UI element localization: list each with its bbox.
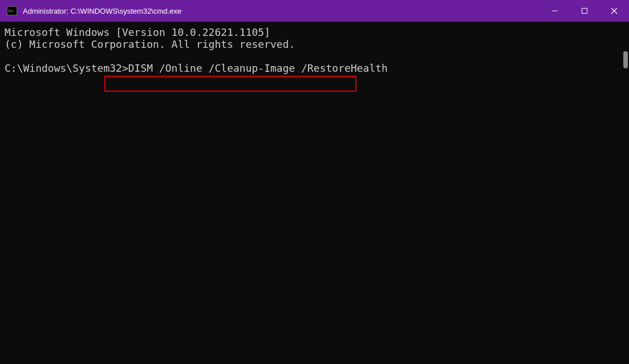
- terminal-prompt-line: C:\Windows\System32>DISM /Online /Cleanu…: [5, 62, 624, 74]
- terminal-line-copyright: (c) Microsoft Corporation. All rights re…: [5, 38, 624, 50]
- maximize-button[interactable]: [570, 0, 599, 22]
- window-controls: [540, 0, 629, 22]
- titlebar-left: C:\ Administrator: C:\WINDOWS\system32\c…: [7, 6, 181, 16]
- titlebar: C:\ Administrator: C:\WINDOWS\system32\c…: [0, 0, 629, 22]
- terminal-area[interactable]: Microsoft Windows [Version 10.0.22621.11…: [0, 22, 629, 364]
- prompt-text: C:\Windows\System32>: [5, 62, 128, 74]
- window-title: Administrator: C:\WINDOWS\system32\cmd.e…: [23, 7, 181, 15]
- terminal-line-version: Microsoft Windows [Version 10.0.22621.11…: [5, 26, 624, 38]
- close-button[interactable]: [599, 0, 629, 22]
- blank-line: [5, 50, 624, 62]
- scrollbar-thumb[interactable]: [623, 51, 628, 68]
- minimize-button[interactable]: [540, 0, 570, 22]
- command-text: DISM /Online /Cleanup-Image /RestoreHeal…: [128, 62, 388, 74]
- cmd-icon: C:\: [7, 6, 17, 16]
- svg-rect-3: [582, 9, 587, 14]
- svg-text:C:\: C:\: [9, 9, 14, 13]
- highlight-annotation: [104, 76, 356, 92]
